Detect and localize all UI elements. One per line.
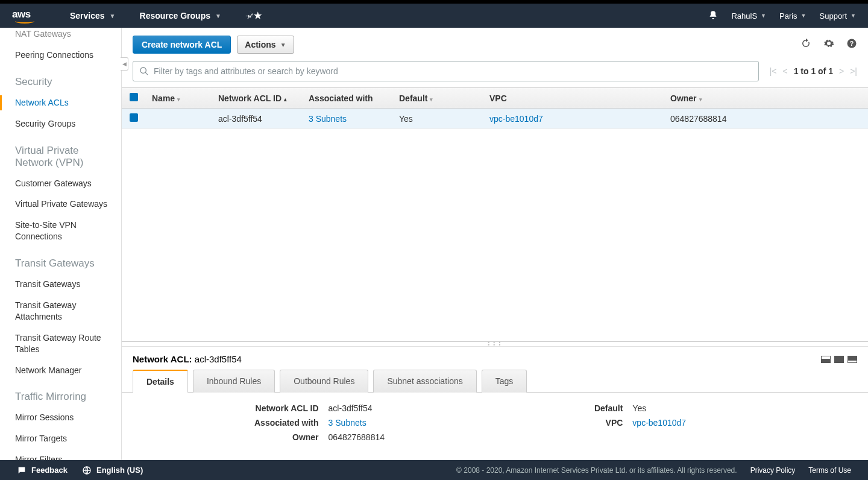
sidebar-item-network-acls[interactable]: Network ACLs: [15, 94, 115, 112]
sort-icon: ▾: [699, 96, 702, 103]
feedback-link[interactable]: Feedback: [17, 466, 68, 475]
help-icon: ?: [846, 38, 857, 49]
region-label: Paris: [779, 11, 797, 21]
table-row[interactable]: acl-3df5ff54 3 Subnets Yes vpc-be1010d7 …: [122, 109, 868, 129]
sidebar-item-vpn-gateways[interactable]: Virtual Private Gateways: [15, 195, 115, 213]
tab-tags[interactable]: Tags: [482, 370, 527, 393]
region-menu[interactable]: Paris ▼: [779, 11, 807, 21]
drag-handle-icon: ▪ ▪ ▪▪ ▪ ▪: [488, 341, 502, 346]
sidebar-item-mirror-targets[interactable]: Mirror Targets: [15, 430, 115, 447]
row-checkbox[interactable]: [122, 109, 146, 129]
chevron-down-icon: ▼: [801, 13, 807, 19]
col-associated[interactable]: Associated with: [303, 88, 393, 109]
terms-link[interactable]: Terms of Use: [808, 466, 851, 475]
sidebar: NAT Gateways Peering Connections Securit…: [0, 28, 122, 460]
vpc-link[interactable]: vpc-be1010d7: [489, 114, 543, 124]
val-owner: 064827688814: [329, 432, 446, 442]
support-menu[interactable]: Support ▼: [820, 11, 856, 21]
checkbox-icon: [130, 93, 138, 101]
search-input[interactable]: [154, 66, 752, 76]
layout-split-button[interactable]: [834, 356, 844, 363]
user-menu[interactable]: RahulS ▼: [731, 11, 766, 21]
main-area: NAT Gateways Peering Connections Securit…: [0, 28, 868, 460]
page-prev-button[interactable]: <: [782, 66, 787, 76]
help-button[interactable]: ?: [846, 38, 857, 51]
tab-outbound-rules[interactable]: Outbound Rules: [280, 370, 368, 393]
gear-icon: [823, 38, 834, 49]
val-associated: 3 Subnets: [329, 418, 446, 428]
col-acl-id[interactable]: Network ACL ID▴: [212, 88, 303, 109]
col-vpc[interactable]: VPC: [483, 88, 664, 109]
paginator: |< < 1 to 1 of 1 > >|: [770, 66, 857, 76]
sidebar-item-mirror-sessions[interactable]: Mirror Sessions: [15, 409, 115, 426]
lbl-acl-id: Network ACL ID: [193, 403, 319, 413]
vpc-link[interactable]: vpc-be1010d7: [632, 418, 686, 428]
refresh-button[interactable]: [800, 38, 811, 51]
detail-left-column: Network ACL ID acl-3df5ff54 Associated w…: [193, 403, 446, 442]
sidebar-item-transit-gateways[interactable]: Transit Gateways: [15, 276, 115, 293]
cell-default: Yes: [393, 109, 483, 129]
sidebar-item-mirror-filters[interactable]: Mirror Filters: [15, 451, 115, 460]
sidebar-heading-tgw: Transit Gateways: [15, 257, 115, 270]
associated-link[interactable]: 3 Subnets: [329, 418, 366, 428]
tab-subnet-associations[interactable]: Subnet associations: [373, 370, 476, 393]
col-name[interactable]: Name▾: [146, 88, 212, 109]
svg-text:?: ?: [850, 40, 854, 47]
cell-vpc: vpc-be1010d7: [483, 109, 664, 129]
lbl-owner: Owner: [193, 432, 319, 442]
header-select-all[interactable]: [122, 88, 146, 109]
sidebar-item-nat-gateways[interactable]: NAT Gateways: [15, 28, 115, 43]
privacy-link[interactable]: Privacy Policy: [750, 466, 796, 475]
search-icon: [139, 66, 149, 76]
sort-icon: ▾: [177, 96, 180, 103]
sidebar-item-tgw-attachments[interactable]: Transit Gateway Attachments: [15, 297, 115, 326]
layout-full-button[interactable]: [848, 356, 857, 363]
page-next-button[interactable]: >: [839, 66, 844, 76]
sidebar-item-tgw-route-tables[interactable]: Transit Gateway Route Tables: [15, 329, 115, 358]
val-acl-id: acl-3df5ff54: [329, 403, 446, 413]
pin-shortcut[interactable]: ★: [245, 10, 262, 21]
cell-name: [146, 109, 212, 129]
sidebar-item-peering[interactable]: Peering Connections: [15, 46, 115, 64]
pin-icon: ★: [254, 10, 262, 21]
actions-button[interactable]: Actions ▼: [237, 36, 294, 54]
tab-inbound-rules[interactable]: Inbound Rules: [193, 370, 275, 393]
sidebar-item-customer-gateways[interactable]: Customer Gateways: [15, 175, 115, 192]
copyright: © 2008 - 2020, Amazon Internet Services …: [456, 466, 737, 475]
col-default[interactable]: Default▾: [393, 88, 483, 109]
content-pane: Create network ACL Actions ▼ ?: [122, 28, 868, 460]
lbl-associated: Associated with: [193, 418, 319, 428]
create-network-acl-button[interactable]: Create network ACL: [133, 36, 231, 54]
page-first-button[interactable]: |<: [770, 66, 777, 76]
sidebar-heading-mirror: Traffic Mirroring: [15, 391, 115, 403]
detail-tabs: Details Inbound Rules Outbound Rules Sub…: [122, 369, 868, 392]
services-label: Services: [70, 11, 105, 21]
sidebar-item-security-groups[interactable]: Security Groups: [15, 115, 115, 133]
refresh-icon: [800, 38, 811, 49]
chevron-down-icon: ▼: [851, 13, 856, 19]
chevron-down-icon: ▼: [761, 13, 766, 19]
tab-details[interactable]: Details: [133, 370, 188, 393]
sidebar-item-network-manager[interactable]: Network Manager: [15, 362, 115, 379]
toolbar: Create network ACL Actions ▼ ?: [122, 28, 868, 61]
aws-logo[interactable]: aws: [12, 8, 34, 24]
search-box[interactable]: [133, 61, 759, 81]
detail-right-column: Default Yes VPC vpc-be1010d7: [514, 403, 767, 442]
sidebar-collapse-handle[interactable]: ◀: [121, 57, 128, 71]
layout-bottom-button[interactable]: [821, 356, 831, 363]
sidebar-item-site-to-site[interactable]: Site-to-Site VPN Connections: [15, 216, 115, 245]
lbl-default: Default: [514, 403, 623, 413]
detail-pane: Network ACL: acl-3df5ff54 Details Inboun…: [122, 346, 868, 460]
chat-icon: [17, 466, 27, 475]
col-owner[interactable]: Owner▾: [664, 88, 868, 109]
language-selector[interactable]: English (US): [82, 466, 143, 475]
services-menu[interactable]: Services ▼: [70, 11, 116, 21]
settings-button[interactable]: [823, 38, 834, 51]
associated-link[interactable]: 3 Subnets: [309, 114, 347, 124]
resource-groups-menu[interactable]: Resource Groups ▼: [140, 11, 221, 21]
page-last-button[interactable]: >|: [850, 66, 857, 76]
pin-icon: [245, 11, 254, 21]
support-label: Support: [820, 11, 848, 21]
notifications[interactable]: [708, 10, 718, 22]
pane-splitter[interactable]: ▪ ▪ ▪▪ ▪ ▪: [122, 341, 868, 346]
